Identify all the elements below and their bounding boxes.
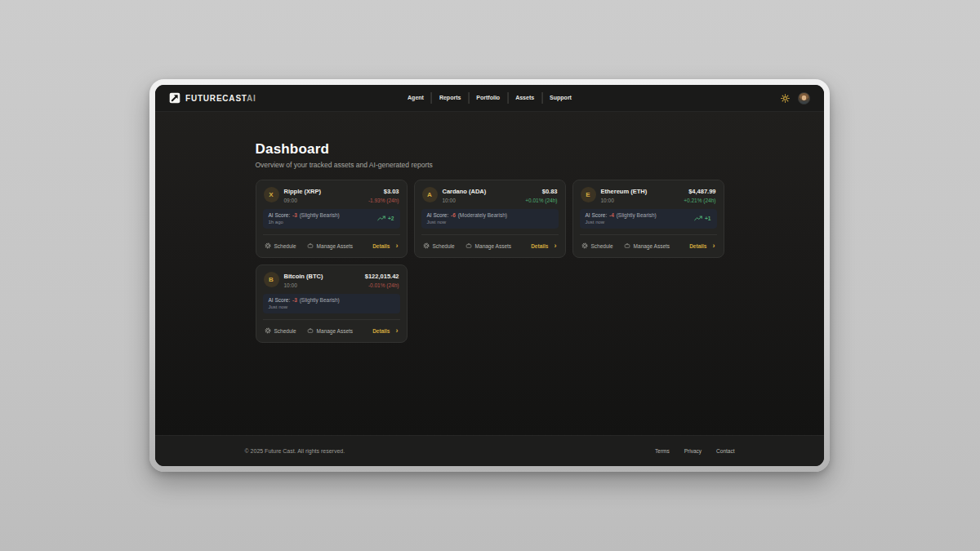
ai-sentiment: (Moderately Bearish)	[458, 212, 507, 218]
app-footer: © 2025 Future Cast. All rights reserved.…	[155, 435, 824, 466]
schedule-label: Schedule	[274, 328, 296, 334]
app-header: FUTURECASTAI Agent Reports Portfolio Ass…	[155, 85, 824, 112]
ai-updated: Just now	[427, 220, 507, 224]
ai-sentiment: (Slightly Bearish)	[617, 212, 657, 218]
chevron-right-icon: ›	[396, 243, 399, 248]
details-label: Details	[372, 328, 390, 334]
ai-score-panel: AI Score: -6 (Moderately Bearish) Just n…	[421, 209, 559, 229]
details-label: Details	[531, 243, 548, 249]
ai-score-line: AI Score: -4 (Slightly Bearish)	[586, 212, 657, 218]
briefcase-icon	[307, 242, 314, 249]
ai-score-panel: AI Score: -3 (Slightly Bearish) Just now	[263, 294, 400, 313]
ai-score-value: -6	[451, 212, 456, 218]
manage-assets-button[interactable]: Manage Assets	[307, 327, 353, 334]
price-block: $3.03 -1.93% (24h)	[368, 187, 399, 203]
main-content: Dashboard Overview of your tracked asset…	[155, 112, 824, 435]
manage-assets-button[interactable]: Manage Assets	[307, 242, 353, 249]
schedule-button[interactable]: Schedule	[265, 327, 296, 334]
header-actions	[781, 92, 810, 104]
nav-item-agent[interactable]: Agent	[400, 92, 431, 104]
manage-assets-label: Manage Assets	[317, 328, 353, 334]
asset-symbol-badge: E	[581, 187, 596, 202]
ai-score-line: AI Score: -3 (Slightly Bearish)	[269, 212, 340, 218]
chevron-right-icon: ›	[555, 243, 557, 248]
footer-link-contact[interactable]: Contact	[716, 448, 734, 454]
ai-sentiment: (Slightly Bearish)	[300, 297, 340, 303]
nav-item-reports[interactable]: Reports	[431, 92, 468, 104]
asset-time: 10:00	[601, 198, 648, 203]
trend-indicator: +2	[377, 216, 394, 221]
details-label: Details	[372, 243, 390, 249]
manage-assets-label: Manage Assets	[317, 243, 353, 249]
asset-name: Bitcoin (BTC)	[284, 272, 323, 280]
brand-name: FUTURECASTAI	[185, 94, 256, 103]
details-button[interactable]: Details ›	[372, 328, 398, 334]
schedule-label: Schedule	[433, 243, 455, 249]
nav-item-assets[interactable]: Assets	[507, 92, 541, 104]
asset-price: $4,487.99	[684, 187, 715, 195]
asset-identity: B Bitcoin (BTC) 10:00	[264, 272, 323, 288]
details-button[interactable]: Details ›	[689, 243, 715, 249]
asset-time: 09:00	[284, 198, 321, 203]
ai-score-label: AI Score:	[586, 212, 608, 218]
asset-identity: E Ethereum (ETH) 10:00	[581, 187, 648, 203]
nav-item-portfolio[interactable]: Portfolio	[468, 92, 507, 104]
asset-price: $0.83	[525, 187, 557, 195]
footer-links: Terms Privacy Contact	[655, 448, 734, 454]
ai-sentiment: (Slightly Bearish)	[300, 212, 340, 218]
asset-time: 10:00	[284, 282, 323, 288]
details-button[interactable]: Details ›	[372, 243, 398, 249]
chevron-right-icon: ›	[396, 328, 399, 333]
trend-value: +2	[388, 216, 394, 221]
asset-name: Ethereum (ETH)	[601, 187, 648, 195]
copyright-text: © 2025 Future Cast. All rights reserved.	[245, 448, 345, 454]
user-avatar[interactable]	[798, 92, 810, 104]
price-block: $4,487.99 +0.21% (24h)	[684, 187, 715, 203]
nav-item-support[interactable]: Support	[541, 92, 579, 104]
card-actions: Schedule Manage Assets Details	[256, 320, 407, 343]
manage-assets-label: Manage Assets	[634, 243, 670, 249]
trending-up-icon	[694, 216, 702, 221]
schedule-button[interactable]: Schedule	[265, 242, 296, 249]
ai-updated: 1h ago	[269, 220, 340, 224]
schedule-button[interactable]: Schedule	[423, 242, 455, 249]
manage-assets-button[interactable]: Manage Assets	[466, 242, 511, 249]
asset-card-xrp: X Ripple (XRP) 09:00 $3.03 -1.93% (24h)	[256, 180, 408, 258]
price-change: +0.21% (24h)	[684, 198, 715, 203]
ai-score-panel: AI Score: -4 (Slightly Bearish) Just now	[580, 209, 717, 229]
sun-icon	[781, 94, 790, 103]
schedule-label: Schedule	[591, 243, 613, 249]
trending-up-icon	[377, 216, 385, 221]
ai-score-label: AI Score:	[269, 212, 291, 218]
asset-cards-grid: X Ripple (XRP) 09:00 $3.03 -1.93% (24h)	[256, 180, 724, 343]
asset-card-eth: E Ethereum (ETH) 10:00 $4,487.99 +0.21% …	[572, 180, 724, 258]
app-screen: FUTURECASTAI Agent Reports Portfolio Ass…	[155, 85, 824, 466]
footer-link-privacy[interactable]: Privacy	[684, 448, 702, 454]
price-change: -0.01% (24h)	[365, 282, 399, 288]
footer-link-terms[interactable]: Terms	[655, 448, 670, 454]
asset-price: $3.03	[368, 187, 399, 195]
gear-icon	[265, 327, 271, 334]
schedule-button[interactable]: Schedule	[581, 242, 613, 249]
card-actions: Schedule Manage Assets Details	[256, 235, 407, 258]
trend-value: +1	[705, 216, 710, 221]
asset-time: 10:00	[443, 198, 487, 203]
card-header: E Ethereum (ETH) 10:00 $4,487.99 +0.21% …	[573, 180, 724, 203]
briefcase-icon	[466, 242, 472, 249]
asset-price: $122,015.42	[365, 272, 399, 280]
asset-identity: A Cardano (ADA) 10:00	[422, 187, 487, 203]
card-header: B Bitcoin (BTC) 10:00 $122,015.42 -0.01%…	[256, 265, 407, 288]
ai-score-value: -3	[292, 297, 297, 303]
details-button[interactable]: Details ›	[531, 243, 556, 249]
asset-symbol-badge: X	[264, 187, 279, 202]
gear-icon	[265, 242, 271, 249]
logo[interactable]: FUTURECASTAI	[169, 92, 256, 104]
details-label: Details	[689, 243, 706, 249]
price-block: $122,015.42 -0.01% (24h)	[365, 272, 399, 288]
briefcase-icon	[307, 327, 314, 334]
gear-icon	[581, 242, 588, 249]
page-title: Dashboard	[256, 141, 724, 158]
manage-assets-button[interactable]: Manage Assets	[624, 242, 670, 249]
theme-toggle-button[interactable]	[781, 94, 790, 103]
asset-card-ada: A Cardano (ADA) 10:00 $0.83 +0.01% (24h)	[414, 180, 566, 258]
